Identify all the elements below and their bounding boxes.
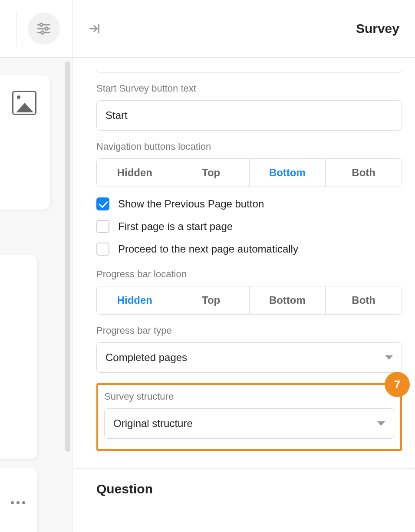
segmented-progress-location: Hidden Top Bottom Both	[96, 286, 402, 315]
select-progress-type[interactable]: Completed pages	[96, 342, 402, 373]
seg-progress-top[interactable]: Top	[173, 286, 250, 314]
highlight-survey-structure: 7 Survey structure Original structure	[96, 383, 402, 451]
sidebar-card-more[interactable]	[0, 468, 37, 532]
panel-title: Survey	[356, 21, 399, 36]
sidebar-card-middle[interactable]	[0, 255, 37, 459]
seg-progress-both[interactable]: Both	[326, 286, 402, 314]
field-label: Progress bar location	[96, 269, 402, 280]
sidebar-scrollbar[interactable]	[65, 61, 70, 452]
sidebar	[0, 58, 72, 532]
field-label: Navigation buttons location	[96, 141, 402, 152]
image-icon	[12, 91, 36, 115]
settings-button[interactable]	[28, 13, 60, 45]
select-survey-structure[interactable]: Original structure	[104, 408, 394, 439]
row-first-page-start: First page is a start page	[96, 220, 402, 233]
field-progress-type: Progress bar type Completed pages	[96, 325, 402, 373]
seg-nav-bottom[interactable]: Bottom	[250, 159, 326, 187]
chevron-down-icon	[385, 355, 393, 360]
svg-point-1	[40, 23, 43, 26]
checkbox-label: Proceed to the next page automatically	[118, 243, 298, 255]
header-divider	[16, 11, 16, 46]
field-label: Progress bar type	[96, 325, 402, 336]
main-panel: Start Survey button text Navigation butt…	[73, 58, 415, 532]
row-auto-next: Proceed to the next page automatically	[96, 243, 402, 256]
checkbox-first-page-start[interactable]	[96, 220, 109, 233]
checkbox-label: Show the Previous Page button	[118, 198, 264, 210]
field-progress-location: Progress bar location Hidden Top Bottom …	[96, 269, 402, 315]
seg-progress-bottom[interactable]: Bottom	[250, 286, 326, 314]
field-label: Survey structure	[104, 391, 394, 402]
field-nav-location: Navigation buttons location Hidden Top B…	[96, 141, 402, 187]
field-label: Start Survey button text	[96, 83, 402, 94]
header: Survey	[0, 0, 415, 58]
highlight-badge: 7	[385, 372, 410, 397]
sidebar-card-image[interactable]	[0, 75, 50, 210]
row-show-previous: Show the Previous Page button	[96, 197, 402, 210]
sliders-icon	[36, 21, 52, 36]
select-value: Completed pages	[105, 351, 187, 364]
checkbox-auto-next[interactable]	[96, 243, 109, 256]
seg-nav-top[interactable]: Top	[173, 159, 250, 187]
svg-point-3	[45, 27, 48, 30]
start-button-text-input[interactable]	[96, 100, 402, 131]
select-value: Original structure	[113, 417, 193, 430]
section-heading: Question	[96, 482, 402, 496]
previous-field-edge	[96, 70, 402, 72]
more-icon	[11, 501, 25, 504]
collapse-panel-button[interactable]	[88, 22, 102, 36]
chevron-down-icon	[377, 421, 385, 426]
header-right: Survey	[72, 0, 415, 57]
vertical-divider	[72, 0, 72, 532]
svg-point-5	[41, 31, 44, 34]
checkbox-show-previous[interactable]	[96, 197, 109, 210]
section-question: Question	[73, 468, 415, 496]
seg-nav-hidden[interactable]: Hidden	[97, 159, 173, 187]
arrow-right-to-line-icon	[88, 22, 102, 36]
header-left	[0, 0, 72, 57]
checkbox-label: First page is a start page	[118, 220, 233, 233]
segmented-nav-location: Hidden Top Bottom Both	[96, 158, 402, 187]
seg-progress-hidden[interactable]: Hidden	[97, 286, 173, 314]
seg-nav-both[interactable]: Both	[326, 159, 402, 187]
field-start-button-text: Start Survey button text	[96, 83, 402, 131]
